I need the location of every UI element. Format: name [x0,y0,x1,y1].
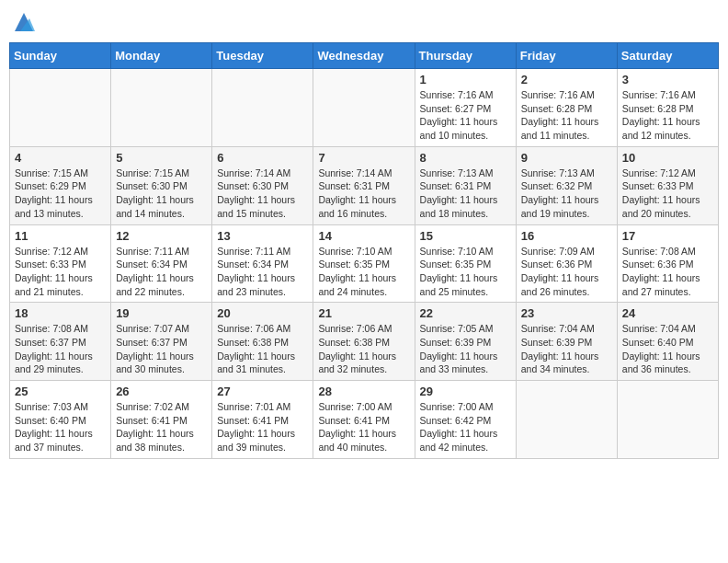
day-info: Sunrise: 7:13 AMSunset: 6:32 PMDaylight:… [521,167,612,221]
day-number: 28 [318,385,409,398]
day-info: Sunrise: 7:12 AMSunset: 6:33 PMDaylight:… [622,167,713,221]
calendar-cell: 22Sunrise: 7:05 AMSunset: 6:39 PMDayligh… [415,303,516,381]
day-number: 6 [217,151,308,165]
calendar-cell: 9Sunrise: 7:13 AMSunset: 6:32 PMDaylight… [516,146,617,224]
day-number: 14 [318,229,409,243]
day-info: Sunrise: 7:14 AMSunset: 6:30 PMDaylight:… [217,167,308,221]
day-number: 27 [217,385,308,398]
calendar-cell: 6Sunrise: 7:14 AMSunset: 6:30 PMDaylight… [212,146,313,224]
day-number: 7 [318,151,409,165]
calendar-cell: 2Sunrise: 7:16 AMSunset: 6:28 PMDaylight… [516,69,617,147]
calendar-cell: 23Sunrise: 7:04 AMSunset: 6:39 PMDayligh… [516,303,617,381]
day-info: Sunrise: 7:09 AMSunset: 6:36 PMDaylight:… [521,245,612,299]
day-number: 10 [622,151,713,165]
calendar-cell: 5Sunrise: 7:15 AMSunset: 6:30 PMDaylight… [111,146,212,224]
day-info: Sunrise: 7:04 AMSunset: 6:39 PMDaylight:… [521,322,612,376]
day-info: Sunrise: 7:02 AMSunset: 6:41 PMDaylight:… [116,400,207,454]
calendar-header-row: SundayMondayTuesdayWednesdayThursdayFrid… [10,43,719,69]
day-info: Sunrise: 7:10 AMSunset: 6:35 PMDaylight:… [420,245,511,299]
day-header-tuesday: Tuesday [212,43,313,69]
day-header-wednesday: Wednesday [313,43,415,69]
calendar-cell [10,69,111,147]
day-number: 2 [521,73,612,86]
day-info: Sunrise: 7:06 AMSunset: 6:38 PMDaylight:… [318,322,409,376]
day-number: 29 [420,385,511,398]
day-number: 16 [521,229,612,243]
day-number: 23 [521,306,612,320]
day-header-thursday: Thursday [415,43,516,69]
day-number: 22 [420,306,511,320]
calendar-cell: 10Sunrise: 7:12 AMSunset: 6:33 PMDayligh… [617,146,718,224]
day-info: Sunrise: 7:00 AMSunset: 6:41 PMDaylight:… [318,400,409,454]
calendar-week-row: 18Sunrise: 7:08 AMSunset: 6:37 PMDayligh… [10,303,719,381]
calendar-week-row: 25Sunrise: 7:03 AMSunset: 6:40 PMDayligh… [10,381,719,459]
day-header-sunday: Sunday [10,43,111,69]
calendar-table: SundayMondayTuesdayWednesdayThursdayFrid… [9,42,719,459]
calendar-cell: 15Sunrise: 7:10 AMSunset: 6:35 PMDayligh… [415,224,516,303]
day-number: 26 [116,385,207,398]
day-info: Sunrise: 7:11 AMSunset: 6:34 PMDaylight:… [217,245,308,299]
calendar-week-row: 11Sunrise: 7:12 AMSunset: 6:33 PMDayligh… [10,224,719,303]
calendar-cell: 27Sunrise: 7:01 AMSunset: 6:41 PMDayligh… [212,381,313,459]
calendar-cell: 16Sunrise: 7:09 AMSunset: 6:36 PMDayligh… [516,224,617,303]
day-info: Sunrise: 7:03 AMSunset: 6:40 PMDaylight:… [15,400,106,454]
day-number: 1 [420,73,511,86]
day-info: Sunrise: 7:08 AMSunset: 6:37 PMDaylight:… [15,322,106,376]
day-number: 21 [318,306,409,320]
day-number: 24 [622,306,713,320]
calendar-cell: 24Sunrise: 7:04 AMSunset: 6:40 PMDayligh… [617,303,718,381]
calendar-cell: 20Sunrise: 7:06 AMSunset: 6:38 PMDayligh… [212,303,313,381]
day-info: Sunrise: 7:01 AMSunset: 6:41 PMDaylight:… [217,400,308,454]
day-info: Sunrise: 7:04 AMSunset: 6:40 PMDaylight:… [622,322,713,376]
day-number: 20 [217,306,308,320]
page-header [9,9,719,35]
day-info: Sunrise: 7:15 AMSunset: 6:29 PMDaylight:… [15,167,106,221]
calendar-cell: 29Sunrise: 7:00 AMSunset: 6:42 PMDayligh… [415,381,516,459]
day-number: 9 [521,151,612,165]
calendar-cell: 8Sunrise: 7:13 AMSunset: 6:31 PMDaylight… [415,146,516,224]
day-info: Sunrise: 7:06 AMSunset: 6:38 PMDaylight:… [217,322,308,376]
calendar-cell: 3Sunrise: 7:16 AMSunset: 6:28 PMDaylight… [617,69,718,147]
calendar-cell [212,69,313,147]
calendar-cell: 25Sunrise: 7:03 AMSunset: 6:40 PMDayligh… [10,381,111,459]
logo [9,9,37,35]
calendar-cell: 4Sunrise: 7:15 AMSunset: 6:29 PMDaylight… [10,146,111,224]
calendar-cell [617,381,718,459]
day-number: 8 [420,151,511,165]
calendar-cell: 7Sunrise: 7:14 AMSunset: 6:31 PMDaylight… [313,146,415,224]
day-info: Sunrise: 7:14 AMSunset: 6:31 PMDaylight:… [318,167,409,221]
day-number: 19 [116,306,207,320]
calendar-cell: 12Sunrise: 7:11 AMSunset: 6:34 PMDayligh… [111,224,212,303]
day-header-friday: Friday [516,43,617,69]
day-info: Sunrise: 7:15 AMSunset: 6:30 PMDaylight:… [116,167,207,221]
day-number: 12 [116,229,207,243]
day-number: 15 [420,229,511,243]
day-number: 4 [15,151,106,165]
calendar-cell: 13Sunrise: 7:11 AMSunset: 6:34 PMDayligh… [212,224,313,303]
day-header-saturday: Saturday [617,43,718,69]
day-info: Sunrise: 7:08 AMSunset: 6:36 PMDaylight:… [622,245,713,299]
day-info: Sunrise: 7:12 AMSunset: 6:33 PMDaylight:… [15,245,106,299]
calendar-cell: 18Sunrise: 7:08 AMSunset: 6:37 PMDayligh… [10,303,111,381]
calendar-cell: 17Sunrise: 7:08 AMSunset: 6:36 PMDayligh… [617,224,718,303]
day-number: 11 [15,229,106,243]
day-info: Sunrise: 7:00 AMSunset: 6:42 PMDaylight:… [420,400,511,454]
calendar-cell: 21Sunrise: 7:06 AMSunset: 6:38 PMDayligh… [313,303,415,381]
calendar-cell: 14Sunrise: 7:10 AMSunset: 6:35 PMDayligh… [313,224,415,303]
day-header-monday: Monday [111,43,212,69]
calendar-cell [313,69,415,147]
day-number: 25 [15,385,106,398]
day-info: Sunrise: 7:10 AMSunset: 6:35 PMDaylight:… [318,245,409,299]
calendar-cell [111,69,212,147]
day-number: 17 [622,229,713,243]
day-info: Sunrise: 7:16 AMSunset: 6:28 PMDaylight:… [622,88,713,143]
day-info: Sunrise: 7:13 AMSunset: 6:31 PMDaylight:… [420,167,511,221]
logo-icon [11,9,37,35]
calendar-cell: 26Sunrise: 7:02 AMSunset: 6:41 PMDayligh… [111,381,212,459]
day-info: Sunrise: 7:05 AMSunset: 6:39 PMDaylight:… [420,322,511,376]
calendar-cell: 11Sunrise: 7:12 AMSunset: 6:33 PMDayligh… [10,224,111,303]
calendar-cell: 28Sunrise: 7:00 AMSunset: 6:41 PMDayligh… [313,381,415,459]
calendar-week-row: 1Sunrise: 7:16 AMSunset: 6:27 PMDaylight… [10,69,719,147]
day-info: Sunrise: 7:16 AMSunset: 6:27 PMDaylight:… [420,88,511,143]
day-number: 18 [15,306,106,320]
